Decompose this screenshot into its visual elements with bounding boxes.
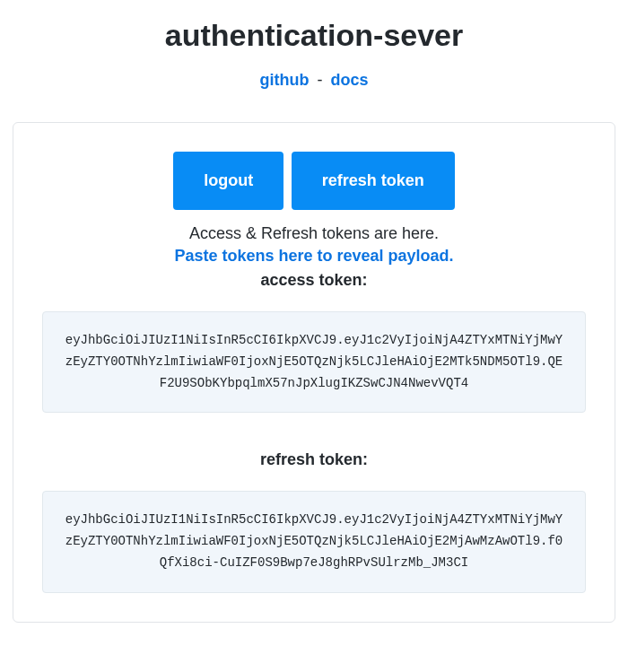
token-panel: logout refresh token Access & Refresh to… [13,122,615,623]
refresh-token-label: refresh token: [42,450,586,469]
button-row: logout refresh token [42,152,586,210]
access-token-value: eyJhbGciOiJIUzI1NiIsInR5cCI6IkpXVCJ9.eyJ… [42,311,586,413]
info-text: Access & Refresh tokens are here. [42,224,586,243]
page-title: authentication-sever [9,18,619,53]
refresh-token-value: eyJhbGciOiJIUzI1NiIsInR5cCI6IkpXVCJ9.eyJ… [42,491,586,592]
paste-tokens-link[interactable]: Paste tokens here to reveal payload. [174,247,453,265]
github-link[interactable]: github [259,71,309,89]
docs-link[interactable]: docs [331,71,369,89]
logout-button[interactable]: logout [173,152,283,210]
nav-links: github - docs [9,71,619,90]
paste-link-line: Paste tokens here to reveal payload. [42,247,586,266]
access-token-label: access token: [42,271,586,290]
refresh-token-button[interactable]: refresh token [292,152,455,210]
link-separator: - [317,71,322,89]
